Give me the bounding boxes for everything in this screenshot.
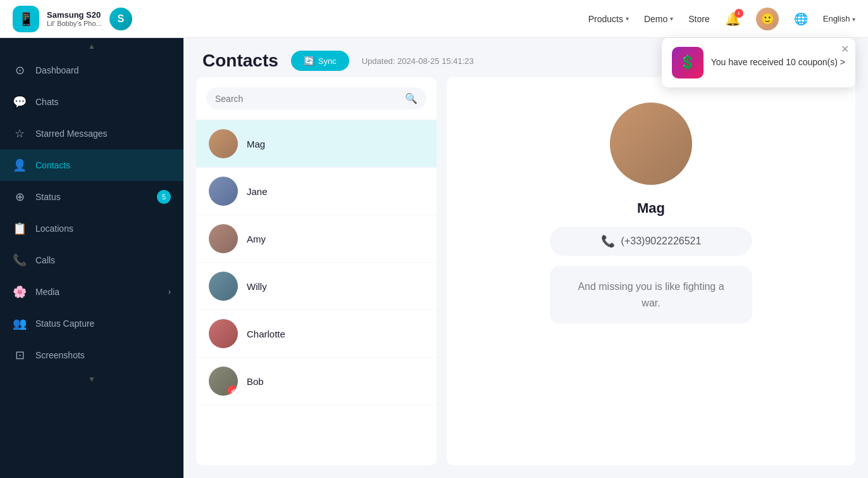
contacts-panel: 🔍 Mag Jane <box>183 77 868 478</box>
contact-name: Bob <box>247 376 264 387</box>
contact-name: Amy <box>247 234 266 244</box>
language-selector[interactable]: English ▾ <box>823 14 855 23</box>
top-nav: 📱 Samsung S20 Lil' Bobby's Pho... S Prod… <box>0 0 868 38</box>
account-icon[interactable]: S <box>109 8 132 30</box>
sidebar-label-screenshots: Screenshots <box>35 350 171 360</box>
sidebar-label-locations: Locations <box>35 223 171 234</box>
sidebar-label-dashboard: Dashboard <box>35 65 171 75</box>
coupon-message[interactable]: You have received 10 coupon(s) > <box>711 56 845 69</box>
sidebar-item-screenshots[interactable]: ⊡ Screenshots <box>0 339 183 371</box>
coupon-popup: 💲 You have received 10 coupon(s) > ✕ <box>662 38 855 87</box>
sidebar-item-chats[interactable]: 💬 Chats <box>0 86 183 118</box>
phone-icon: 📞 <box>601 234 615 248</box>
contact-avatar <box>209 129 238 158</box>
sidebar-scroll-down[interactable]: ▼ <box>0 371 183 387</box>
screenshots-icon: ⊡ <box>13 348 27 362</box>
sidebar-label-calls: Calls <box>35 255 171 265</box>
main-layout: ▲ ⊙ Dashboard 💬 Chats ☆ Starred Messages… <box>0 38 868 478</box>
device-sub: Lil' Bobby's Pho... <box>47 20 102 27</box>
contact-list: Mag Jane Amy Willy <box>196 120 437 465</box>
sidebar-item-contacts[interactable]: 👤 Contacts <box>0 149 183 181</box>
bob-badge: ✓ <box>228 386 238 396</box>
content-area: Contacts 🔄 Sync Updated: 2024-08-25 15:4… <box>183 38 868 478</box>
lang-chevron-icon: ▾ <box>852 16 855 23</box>
sidebar-label-chats: Chats <box>35 97 171 107</box>
contacts-icon: 👤 <box>13 158 27 172</box>
products-nav-link[interactable]: Products ▾ <box>588 14 629 24</box>
sidebar-item-status-capture[interactable]: 👥 Status Capture <box>0 308 183 339</box>
media-icon: 🌸 <box>13 285 27 299</box>
sidebar-label-status-capture: Status Capture <box>35 318 171 329</box>
phone-number: (+33)9022226521 <box>621 236 702 247</box>
detail-name: Mag <box>637 200 665 217</box>
sidebar-item-locations[interactable]: 📋 Locations <box>0 213 183 244</box>
chats-icon: 💬 <box>13 95 27 109</box>
sidebar: ▲ ⊙ Dashboard 💬 Chats ☆ Starred Messages… <box>0 38 183 478</box>
coupon-icon: 💲 <box>672 47 704 79</box>
contact-avatar: ✓ <box>209 367 238 396</box>
status-icon: ⊕ <box>13 190 27 204</box>
demo-chevron-icon: ▾ <box>670 15 673 22</box>
contact-item[interactable]: Jane <box>196 168 437 215</box>
sidebar-label-contacts: Contacts <box>35 160 171 170</box>
contact-name: Willy <box>247 281 267 292</box>
updated-timestamp: Updated: 2024-08-25 15:41:23 <box>362 56 474 66</box>
products-chevron-icon: ▾ <box>626 15 629 22</box>
sidebar-item-calls[interactable]: 📞 Calls <box>0 244 183 276</box>
dashboard-icon: ⊙ <box>13 63 27 77</box>
top-nav-right: Products ▾ Demo ▾ Store 🔔 1 🙂 🌐 English … <box>588 8 855 30</box>
contact-list-container: 🔍 Mag Jane <box>196 77 437 465</box>
contact-avatar <box>209 319 238 348</box>
page-title: Contacts <box>202 51 278 71</box>
status-capture-icon: 👥 <box>13 317 27 330</box>
contact-detail: Mag 📞 (+33)9022226521 And missing you is… <box>447 77 855 465</box>
calls-icon: 📞 <box>13 253 27 267</box>
coupon-close-icon[interactable]: ✕ <box>841 43 849 55</box>
search-icon[interactable]: 🔍 <box>405 92 418 104</box>
device-info: Samsung S20 Lil' Bobby's Pho... <box>47 10 102 27</box>
contact-name: Jane <box>247 186 268 197</box>
sidebar-item-media[interactable]: 🌸 Media › <box>0 276 183 308</box>
contact-name: Mag <box>247 139 265 149</box>
contact-item[interactable]: Charlotte <box>196 310 437 358</box>
user-avatar[interactable]: 🙂 <box>756 8 779 30</box>
contact-avatar <box>209 272 238 301</box>
globe-icon: 🌐 <box>794 12 808 26</box>
sidebar-label-media: Media <box>35 287 159 297</box>
contact-item[interactable]: Mag <box>196 120 437 168</box>
bell-badge: 1 <box>735 9 743 18</box>
star-icon: ☆ <box>13 127 27 141</box>
search-input-wrap: 🔍 <box>206 87 426 110</box>
sync-icon: 🔄 <box>304 56 314 66</box>
detail-avatar <box>610 103 692 185</box>
contact-item[interactable]: ✓ Bob <box>196 358 437 405</box>
contact-item[interactable]: Willy <box>196 263 437 310</box>
sidebar-label-status: Status <box>35 192 148 202</box>
contact-avatar <box>209 224 238 253</box>
detail-message: And missing you is like fighting a war. <box>550 266 752 324</box>
top-nav-left: 📱 Samsung S20 Lil' Bobby's Pho... S <box>13 6 132 32</box>
contact-avatar <box>209 177 238 206</box>
sidebar-label-starred: Starred Messages <box>35 129 171 139</box>
sidebar-scroll-up[interactable]: ▲ <box>0 38 183 54</box>
media-expand-arrow-icon: › <box>168 287 171 296</box>
contact-name: Charlotte <box>247 329 285 339</box>
store-nav-link[interactable]: Store <box>688 14 709 24</box>
contact-item[interactable]: Amy <box>196 215 437 263</box>
sidebar-item-status[interactable]: ⊕ Status 5 <box>0 181 183 213</box>
sidebar-item-dashboard[interactable]: ⊙ Dashboard <box>0 54 183 86</box>
sidebar-item-starred-messages[interactable]: ☆ Starred Messages <box>0 118 183 149</box>
search-input[interactable] <box>215 94 400 104</box>
locations-icon: 📋 <box>13 222 27 236</box>
notification-bell-icon[interactable]: 🔔 1 <box>725 11 741 27</box>
detail-phone: 📞 (+33)9022226521 <box>550 227 752 256</box>
status-badge: 5 <box>157 190 171 204</box>
sync-button[interactable]: 🔄 Sync <box>291 51 349 71</box>
demo-nav-link[interactable]: Demo ▾ <box>644 14 673 24</box>
app-icon: 📱 <box>13 6 39 32</box>
search-bar: 🔍 <box>196 77 437 120</box>
device-name: Samsung S20 <box>47 10 102 20</box>
